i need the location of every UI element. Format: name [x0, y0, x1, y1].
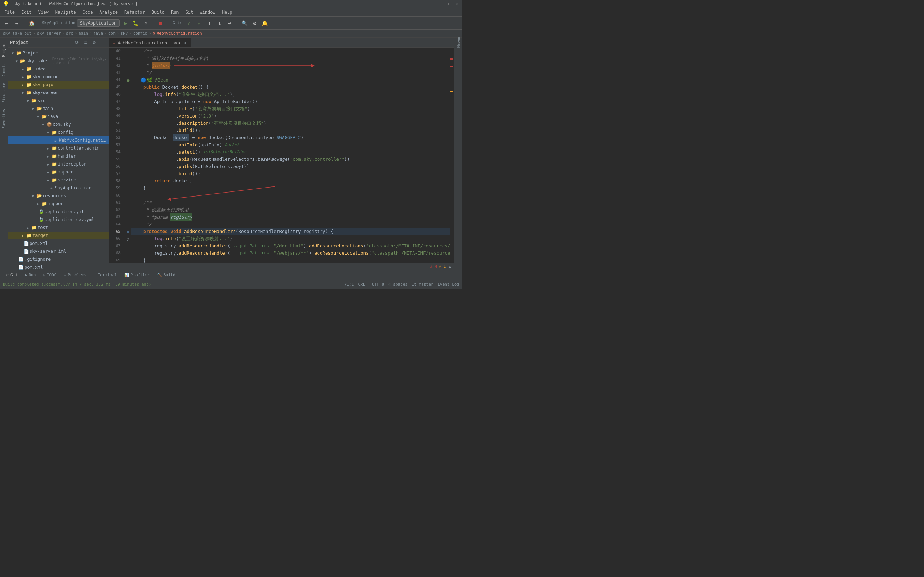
breadcrumb-sky-server[interactable]: sky-server: [37, 31, 61, 36]
encoding[interactable]: UTF-8: [372, 282, 384, 287]
sidebar-settings-btn[interactable]: ⚙: [90, 39, 98, 46]
sidebar-close-btn[interactable]: —: [99, 39, 107, 46]
problems-tab[interactable]: ⚠ Problems: [62, 272, 89, 278]
breadcrumb-main[interactable]: main: [78, 31, 88, 36]
tree-item-target[interactable]: ▶ 📁 target: [8, 232, 109, 239]
project-strip[interactable]: Project: [1, 39, 6, 60]
tree-icon-java: 📂: [41, 114, 47, 119]
tree-item-sky-server[interactable]: ▼ 📂 sky-server: [8, 89, 109, 97]
tree-item-config[interactable]: ▼ 📁 config: [8, 128, 109, 136]
git-push[interactable]: ↑: [205, 19, 214, 27]
tree-item-test[interactable]: ▶ 📁 test: [8, 224, 109, 232]
cursor-position[interactable]: 71:1: [344, 282, 354, 287]
maven-strip[interactable]: Maven: [455, 39, 462, 45]
search-button[interactable]: 🔍: [240, 19, 249, 27]
breadcrumb-java[interactable]: java: [94, 31, 103, 36]
menu-edit[interactable]: Edit: [18, 9, 35, 16]
git-checkmark-1[interactable]: ✓: [185, 19, 194, 27]
build-tab[interactable]: 🔨 Build: [155, 272, 178, 278]
menu-view[interactable]: View: [36, 9, 52, 16]
git-checkmark-2[interactable]: ✓: [195, 19, 204, 27]
gutter-53: [125, 141, 131, 148]
breadcrumb-src[interactable]: src: [66, 31, 73, 36]
tab-close-btn[interactable]: ✕: [182, 40, 187, 45]
tree-item-interceptor[interactable]: ▶ 📁 interceptor: [8, 160, 109, 168]
tree-item-idea[interactable]: ▶ 📁 .idea: [8, 65, 109, 73]
tree-item-controller[interactable]: ▶ 📁 controller.admin: [8, 144, 109, 152]
breadcrumb-config[interactable]: config: [133, 31, 148, 36]
favorites-strip[interactable]: Favorites: [1, 106, 6, 131]
run-tab[interactable]: ▶ Run: [23, 272, 38, 278]
tab-webmvc[interactable]: ☕ WebMvcConfiguration.java ✕: [109, 38, 191, 47]
menu-refactor[interactable]: Refactor: [121, 9, 148, 16]
gutter-44[interactable]: ●: [125, 76, 131, 84]
back-button[interactable]: ←: [2, 19, 11, 27]
tree-item-resources[interactable]: ▼ 📂 resources: [8, 192, 109, 200]
terminal-tab[interactable]: ⊞ Terminal: [92, 272, 119, 278]
menu-code[interactable]: Code: [80, 9, 96, 16]
tree-item-src[interactable]: ▼ 📂 src: [8, 97, 109, 105]
minimize-button[interactable]: ─: [439, 2, 445, 6]
home-button[interactable]: 🏠: [27, 19, 36, 27]
menu-analyze[interactable]: Analyze: [96, 9, 121, 16]
title-bar-controls[interactable]: ─ □ ✕: [439, 2, 459, 6]
tree-item-com-sky[interactable]: ▼ 📦 com.sky: [8, 121, 109, 128]
menu-file[interactable]: File: [2, 9, 18, 16]
tree-item-service[interactable]: ▶ 📁 service: [8, 176, 109, 184]
menu-help[interactable]: Help: [219, 9, 235, 16]
run-button[interactable]: ▶: [121, 19, 130, 27]
breadcrumb-root[interactable]: sky-take-out: [3, 31, 31, 36]
menu-run[interactable]: Run: [168, 9, 182, 16]
sidebar-collapse-btn[interactable]: ≡: [82, 39, 89, 46]
tree-item-main[interactable]: ▼ 📂 main: [8, 105, 109, 113]
tree-item-skyapp[interactable]: ☕ SkyApplication: [8, 184, 109, 192]
settings-button[interactable]: ⚙: [250, 19, 259, 27]
line-ending[interactable]: CRLF: [358, 282, 368, 287]
tree-item-gitignore[interactable]: 📄 .gitignore: [8, 255, 109, 263]
tree-item-pom-server[interactable]: 📄 pom.xml: [8, 239, 109, 247]
profiler-tab[interactable]: 📊 Profiler: [122, 272, 152, 278]
gutter-65[interactable]: ◉: [125, 228, 131, 235]
branch-status[interactable]: ⎇ master: [412, 282, 433, 287]
nav-up[interactable]: ▲: [449, 264, 451, 269]
menu-window[interactable]: Window: [197, 9, 218, 16]
sidebar-sync-btn[interactable]: ⟳: [73, 39, 81, 46]
menu-git[interactable]: Git: [183, 9, 196, 16]
tree-item-pom-root[interactable]: 📄 pom.xml: [8, 263, 109, 270]
tree-item-handler[interactable]: ▶ 📁 handler: [8, 152, 109, 160]
run-config-dropdown[interactable]: SkyApplication: [77, 19, 120, 27]
close-button[interactable]: ✕: [454, 2, 459, 6]
tree-item-sky-pojo[interactable]: ▶ 📁 sky-pojo: [8, 81, 109, 89]
code-editor[interactable]: /** * 通过knife4j生成接口文档 * @return: [131, 48, 450, 263]
commit-strip[interactable]: Commit: [1, 61, 6, 79]
git-update[interactable]: ↓: [215, 19, 224, 27]
forward-button[interactable]: →: [12, 19, 21, 27]
todo-tab[interactable]: ☑ TODO: [41, 272, 58, 278]
menu-navigate[interactable]: Navigate: [52, 9, 79, 16]
tree-item-mapper-pkg[interactable]: ▶ 📁 mapper: [8, 168, 109, 176]
menu-build[interactable]: Build: [149, 9, 168, 16]
tree-item-project[interactable]: ▼ 📂 Project: [8, 49, 109, 57]
tree-item-mapper-res[interactable]: ▶ 📁 mapper: [8, 200, 109, 208]
breadcrumb-file[interactable]: WebMvcConfiguration: [157, 31, 202, 36]
editor-content[interactable]: 40 41 42 43 44 45 46 47 48 49 50 51 52 5…: [109, 48, 454, 263]
git-tab[interactable]: ⎇ Git: [2, 272, 20, 278]
stop-button[interactable]: ■: [156, 19, 165, 27]
git-revert[interactable]: ↩: [225, 19, 234, 27]
tree-item-java[interactable]: ▼ 📂 java: [8, 113, 109, 121]
breadcrumb-sky[interactable]: sky: [121, 31, 128, 36]
debug-button[interactable]: 🐛: [131, 19, 140, 27]
tree-item-webmvc[interactable]: ☕ WebMvcConfiguration: [8, 136, 109, 144]
event-log[interactable]: Event Log: [438, 282, 459, 287]
tree-item-app-dev-yml[interactable]: 🍃 application-dev.yml: [8, 216, 109, 224]
tree-item-app-yml[interactable]: 🍃 application.yml: [8, 208, 109, 216]
structure-strip[interactable]: Structure: [1, 80, 6, 105]
notifications-button[interactable]: 🔔: [260, 19, 269, 27]
tree-item-server-iml[interactable]: 📄 sky-server.iml: [8, 247, 109, 255]
tree-item-sky-common[interactable]: ▶ 📁 sky-common: [8, 73, 109, 81]
indent[interactable]: 4 spaces: [388, 282, 407, 287]
coverage-button[interactable]: ☂: [142, 19, 150, 27]
tree-item-sky-take-out[interactable]: ▼ 📂 sky-take-out D:\code\IdeaProjects\sk…: [8, 57, 109, 65]
maximize-button[interactable]: □: [447, 2, 452, 6]
breadcrumb-com[interactable]: com: [108, 31, 115, 36]
